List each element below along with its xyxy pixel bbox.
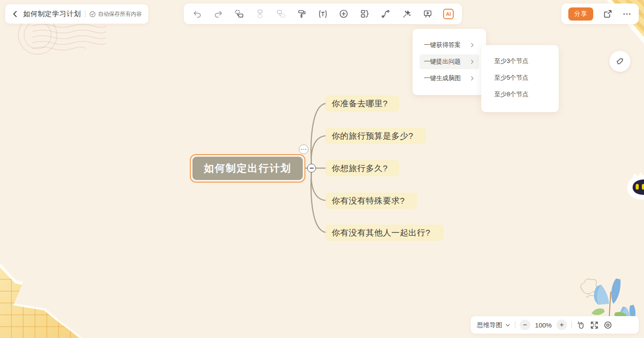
- more-dots-icon: [622, 9, 632, 19]
- header-bar: 如何制定学习计划 自动保存所有内容: [5, 4, 148, 24]
- plus-icon: [559, 322, 564, 327]
- insert-parent-node-button[interactable]: [273, 7, 288, 21]
- chevron-right-icon: [469, 42, 475, 48]
- zoom-level: 100%: [535, 321, 552, 329]
- format-painter-button[interactable]: [294, 7, 309, 21]
- presentation-icon: [423, 9, 433, 19]
- submenu-item-label: 至少5个节点: [494, 74, 528, 82]
- child-node-label: 你准备去哪里?: [332, 98, 388, 109]
- share-button[interactable]: 分享: [568, 7, 593, 21]
- menu-item-label: 一键生成脑图: [424, 74, 461, 82]
- menu-item-label: 一键获得答案: [424, 41, 461, 49]
- relation-line-icon: [381, 9, 391, 19]
- chevron-left-icon: [11, 10, 19, 18]
- insert-node-button[interactable]: [336, 7, 351, 21]
- ai-button[interactable]: AI: [441, 7, 456, 21]
- root-node-label: 如何制定出行计划: [204, 162, 291, 175]
- child-node-label: 你有没有其他人一起出行?: [332, 227, 430, 239]
- submenu-item-min-3-nodes[interactable]: 至少3个节点: [481, 54, 559, 69]
- redo-icon: [214, 9, 223, 19]
- child-node-label: 你有没有特殊要求?: [332, 195, 405, 207]
- export-button[interactable]: [603, 9, 612, 19]
- format-painter-icon: [297, 9, 307, 19]
- submenu-item-min-8-nodes[interactable]: 至少8个节点: [481, 87, 559, 102]
- submenu-item-min-5-nodes[interactable]: 至少5个节点: [481, 70, 559, 85]
- minus-icon: [522, 322, 528, 327]
- mindmap-root-node[interactable]: 如何制定出行计划: [190, 154, 305, 183]
- beautify-style-button[interactable]: [609, 51, 630, 72]
- mindmap-child-node[interactable]: 你有没有特殊要求?: [326, 193, 417, 209]
- undo-icon: [192, 9, 202, 19]
- divider: [515, 321, 515, 328]
- plus-circle-icon: [339, 9, 349, 19]
- collapse-branch-button[interactable]: [307, 164, 316, 173]
- chevron-right-icon: [469, 76, 475, 81]
- text-icon: [318, 9, 328, 19]
- share-toolbar: 分享: [561, 4, 639, 24]
- diagram-mode-select[interactable]: 思维导图: [477, 321, 511, 329]
- diagram-mode-label: 思维导图: [477, 321, 502, 329]
- fit-screen-button[interactable]: [590, 320, 599, 330]
- export-icon: [603, 9, 612, 19]
- ai-submenu: 至少3个节点 至少5个节点 至少8个节点: [481, 45, 559, 112]
- divider: [571, 321, 572, 328]
- mindmap-child-node[interactable]: 你准备去哪里?: [326, 95, 399, 112]
- magic-wand-button[interactable]: [399, 7, 414, 21]
- zoom-out-button[interactable]: [520, 320, 530, 330]
- menu-item-ask-questions[interactable]: 一键提出问题: [420, 54, 479, 69]
- check-circle-icon: [89, 11, 96, 18]
- autosave-status: 自动保存所有内容: [89, 11, 142, 18]
- mindmap-child-node[interactable]: 你有没有其他人一起出行?: [326, 225, 444, 241]
- magic-wand-icon: [402, 9, 412, 19]
- insert-sibling-node-icon: [255, 9, 265, 19]
- child-node-label: 你的旅行预算是多少?: [332, 130, 413, 142]
- insert-sibling-node-button[interactable]: [252, 7, 267, 21]
- back-button[interactable]: [11, 10, 19, 18]
- grid-paper-decoration: [0, 265, 110, 338]
- chevron-right-icon: [469, 59, 475, 64]
- presentation-button[interactable]: [420, 7, 435, 21]
- root-node-body: 如何制定出行计划: [192, 157, 303, 180]
- canvas-controls: 思维导图 100%: [471, 316, 639, 334]
- text-tool-button[interactable]: [315, 7, 330, 21]
- zoom-in-button[interactable]: [556, 320, 567, 330]
- redo-button[interactable]: [211, 7, 226, 21]
- mouse-icon: [576, 320, 585, 330]
- autosave-label: 自动保存所有内容: [98, 11, 142, 18]
- child-node-label: 你想旅行多久?: [332, 163, 388, 174]
- beautify-wand-icon: [615, 56, 625, 67]
- document-title: 如何制定学习计划: [23, 10, 81, 19]
- relation-line-button[interactable]: [378, 7, 393, 21]
- mindmap-child-node[interactable]: 你想旅行多久?: [326, 160, 399, 176]
- ai-mascot: [626, 172, 644, 203]
- insert-child-node-button[interactable]: [232, 7, 247, 21]
- menu-item-generate-mindmap[interactable]: 一键生成脑图: [420, 71, 479, 86]
- mindmap-child-node[interactable]: 你的旅行预算是多少?: [326, 128, 426, 144]
- ai-menu: 一键获得答案 一键提出问题 一键生成脑图: [413, 29, 486, 95]
- main-toolbar: AI: [184, 4, 462, 24]
- more-button[interactable]: [622, 9, 632, 19]
- eye-icon: [603, 320, 612, 330]
- comment-bubble-button[interactable]: [299, 144, 308, 154]
- menu-item-label: 一键提出问题: [424, 58, 461, 66]
- undo-button[interactable]: [190, 7, 205, 21]
- fit-screen-icon: [590, 320, 599, 330]
- ai-icon: AI: [443, 9, 454, 19]
- drag-mode-button[interactable]: [576, 320, 585, 330]
- submenu-item-label: 至少3个节点: [494, 57, 528, 65]
- summary-button[interactable]: [357, 7, 372, 21]
- insert-child-node-icon: [234, 9, 244, 19]
- menu-item-get-answers[interactable]: 一键获得答案: [420, 38, 479, 53]
- insert-parent-node-icon: [276, 9, 286, 19]
- submenu-item-label: 至少8个节点: [494, 91, 528, 99]
- overview-eye-button[interactable]: [603, 320, 612, 330]
- chevron-down-icon: [505, 322, 511, 328]
- divider: [85, 11, 85, 18]
- summary-icon: [360, 9, 370, 19]
